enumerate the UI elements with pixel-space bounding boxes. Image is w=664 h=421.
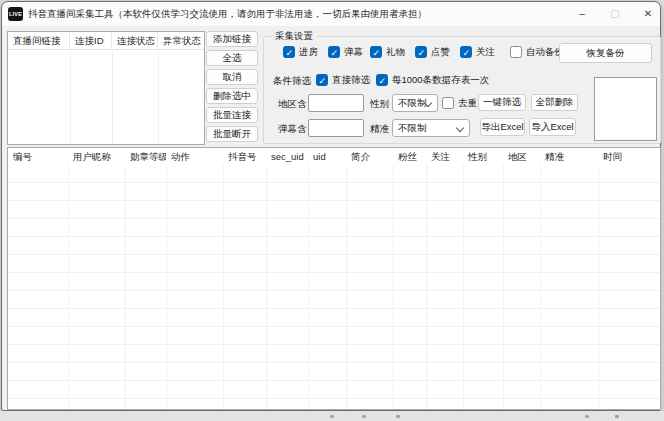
maximize-button[interactable]: ▢ <box>600 2 630 25</box>
checkbox-like[interactable]: 点赞 <box>415 45 450 59</box>
app-window: LIVE 抖音直播间采集工具（本软件仅供学习交流使用，请勿用于非法用途，一切后果… <box>1 1 661 411</box>
checkbox-icon[interactable] <box>328 46 340 58</box>
select-all-button[interactable]: 全选 <box>206 50 258 66</box>
window-title: 抖音直播间采集工具（本软件仅供学习交流使用，请勿用于非法用途，一切后果由使用者承… <box>28 2 427 26</box>
batch-connect-button[interactable]: 批量连接 <box>206 107 258 123</box>
column-header-precision[interactable]: 精准 <box>540 148 598 165</box>
checkbox-label: 去重 <box>458 97 477 110</box>
column-header-error-status[interactable]: 异常状态 <box>158 32 204 49</box>
divider <box>166 165 167 409</box>
taskbar-sliver <box>0 411 664 421</box>
column-header-fans[interactable]: 粉丝 <box>393 148 426 165</box>
checkbox-gift[interactable]: 礼物 <box>370 45 405 59</box>
divider <box>223 165 224 409</box>
column-header-action[interactable]: 动作 <box>166 148 223 165</box>
taskbar-icon <box>362 415 366 418</box>
checkbox-label: 点赞 <box>431 46 450 59</box>
column-header-sec-uid[interactable]: sec_uid <box>266 148 308 165</box>
divider <box>540 165 541 409</box>
divider <box>158 49 159 144</box>
divider <box>463 165 464 409</box>
column-header-no[interactable]: 编号 <box>8 148 68 165</box>
precision-select[interactable]: 不限制 <box>392 119 470 137</box>
checkbox-follow[interactable]: 关注 <box>460 45 495 59</box>
minimize-button[interactable]: – <box>567 2 597 25</box>
checkbox-enter-room[interactable]: 进房 <box>283 45 318 59</box>
data-table[interactable]: 编号 用户昵称 勋章等级 动作 抖音号 sec_uid uid 简介 粉丝 关注… <box>7 147 661 410</box>
region-contains-label: 地区含 <box>278 98 307 111</box>
delete-all-button[interactable]: 全部删除 <box>531 94 578 111</box>
delete-selected-button[interactable]: 删除选中 <box>206 88 258 104</box>
checkbox-icon[interactable] <box>283 46 295 58</box>
restore-backup-button[interactable]: 恢复备份 <box>559 43 652 63</box>
data-table-body[interactable] <box>8 165 660 409</box>
checkbox-icon[interactable] <box>316 74 328 86</box>
select-value: 不限制 <box>398 122 427 133</box>
divider <box>112 49 113 144</box>
checkbox-label: 弹幕 <box>344 46 363 59</box>
taskbar-icon <box>330 415 334 418</box>
divider <box>346 165 347 409</box>
divider <box>503 165 504 409</box>
checkbox-auto-backup[interactable]: 自动备份 <box>510 45 564 59</box>
checkbox-label: 直接筛选 <box>332 74 370 87</box>
checkbox-label: 关注 <box>476 46 495 59</box>
select-value: 不限制 <box>398 97 427 108</box>
divider <box>393 165 394 409</box>
taskbar-icon <box>615 415 619 418</box>
divider <box>68 165 69 409</box>
region-contains-input[interactable] <box>308 94 364 112</box>
column-header-link[interactable]: 直播间链接 <box>8 32 70 49</box>
column-header-time[interactable]: 时间 <box>598 148 660 165</box>
checkbox-icon[interactable] <box>415 46 427 58</box>
group-title: 采集设置 <box>271 30 317 43</box>
gender-label: 性别 <box>370 98 389 111</box>
column-header-follow[interactable]: 关注 <box>426 148 463 165</box>
filter-section-label: 条件筛选 <box>273 75 311 88</box>
checkbox-icon[interactable] <box>376 74 388 86</box>
checkbox-label: 每1000条数据存表一次 <box>392 74 489 87</box>
checkbox-batch-save[interactable]: 每1000条数据存表一次 <box>376 73 489 87</box>
divider <box>266 165 267 409</box>
danmaku-contains-label: 弹幕含 <box>278 123 307 136</box>
checkbox-icon[interactable] <box>460 46 472 58</box>
connection-list-header: 直播间链接 连接ID 连接状态 异常状态 <box>8 32 204 50</box>
divider <box>308 165 309 409</box>
preview-box <box>594 77 657 141</box>
checkbox-dedupe[interactable]: 去重 <box>442 96 477 110</box>
divider <box>70 49 71 144</box>
taskbar-icon <box>585 415 589 418</box>
column-header-conn-status[interactable]: 连接状态 <box>112 32 158 49</box>
column-header-bio[interactable]: 简介 <box>346 148 393 165</box>
checkbox-label: 礼物 <box>386 46 405 59</box>
close-button[interactable]: ✕ <box>633 2 663 25</box>
divider <box>426 165 427 409</box>
gender-select[interactable]: 不限制 <box>392 94 438 112</box>
import-excel-button[interactable]: 导入Excel <box>529 118 576 136</box>
add-link-button[interactable]: 添加链接 <box>206 31 258 47</box>
danmaku-contains-input[interactable] <box>308 119 364 137</box>
titlebar[interactable]: LIVE 抖音直播间采集工具（本软件仅供学习交流使用，请勿用于非法用途，一切后果… <box>2 2 660 26</box>
one-key-filter-button[interactable]: 一键筛选 <box>478 94 526 111</box>
checkbox-icon[interactable] <box>442 97 454 109</box>
column-header-douyin-id[interactable]: 抖音号 <box>223 148 266 165</box>
checkbox-icon[interactable] <box>510 46 522 58</box>
batch-disconnect-button[interactable]: 批量断开 <box>206 126 258 142</box>
column-header-nickname[interactable]: 用户昵称 <box>68 148 125 165</box>
data-table-header: 编号 用户昵称 勋章等级 动作 抖音号 sec_uid uid 简介 粉丝 关注… <box>8 148 660 166</box>
column-header-uid[interactable]: uid <box>308 148 346 165</box>
checkbox-direct-filter[interactable]: 直接筛选 <box>316 73 370 87</box>
export-excel-button[interactable]: 导出Excel <box>480 118 525 136</box>
taskbar-icon <box>396 415 400 418</box>
connection-list[interactable]: 直播间链接 连接ID 连接状态 异常状态 <box>7 31 205 145</box>
column-header-conn-id[interactable]: 连接ID <box>70 32 112 49</box>
divider <box>125 165 126 409</box>
column-header-badge[interactable]: 勋章等级 <box>125 148 166 165</box>
cancel-button[interactable]: 取消 <box>206 69 258 85</box>
column-header-gender[interactable]: 性别 <box>463 148 503 165</box>
column-header-region[interactable]: 地区 <box>503 148 540 165</box>
checkbox-icon[interactable] <box>370 46 382 58</box>
divider <box>598 165 599 409</box>
checkbox-danmaku[interactable]: 弹幕 <box>328 45 363 59</box>
precision-label: 精准 <box>370 123 389 136</box>
